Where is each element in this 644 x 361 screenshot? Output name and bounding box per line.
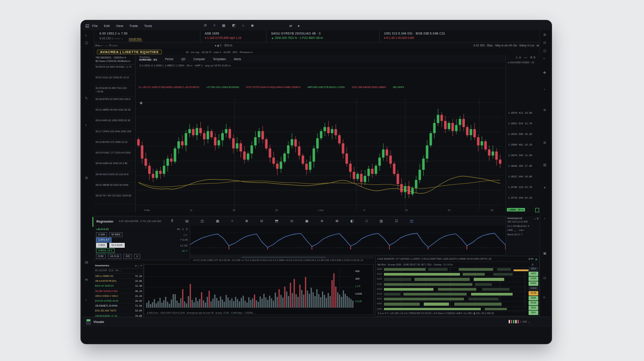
chart-toolbar-button[interactable]: Compare: [193, 58, 205, 61]
menubar-icon[interactable]: ▦: [222, 23, 226, 28]
right-rail-icon[interactable]: ⊞: [543, 141, 546, 145]
news-item[interactable]: 09:51 GILD QV 2036.40 +9.12: [94, 75, 135, 86]
menubar-right-icon[interactable]: ●: [298, 24, 300, 28]
depth-row[interactable]: 0930: [376, 277, 527, 282]
watchlist-row[interactable]: EXIL DD.A05 T027053.04: [94, 308, 143, 313]
active-symbol-badge[interactable]: AVACREA | LISETTE EQUITIES: [97, 50, 162, 54]
dom-ladder[interactable]: 145.441P263186544812.4m341.98869856.9369…: [529, 267, 538, 315]
quote-panel[interactable]: ASB 1695▾ 1.118 12720.655 mph 1.16: [200, 30, 267, 42]
menu-item[interactable]: Edit: [104, 24, 110, 27]
watchlist-row[interactable]: BAIX.AF 9608 DV12.18: [94, 284, 143, 288]
left-rail-icon[interactable]: ▤: [85, 260, 88, 264]
menubar-icon[interactable]: ◉: [251, 23, 254, 28]
chart-toolbar-button[interactable]: Period: [165, 58, 173, 61]
pane-toolbar-icon[interactable]: ▣: [305, 219, 309, 223]
chart-toolbar-button[interactable]: QD: [181, 58, 186, 61]
left-rail-icon[interactable]: ⚙: [85, 176, 88, 180]
horizontal-scrollbar[interactable]: [190, 256, 374, 259]
toolbar-right-controls[interactable]: 0.42 453 · Bias · May w am 9h 0w · Many …: [473, 44, 546, 47]
right-rail-icon[interactable]: ◫: [543, 49, 547, 53]
news-item[interactable]: 09:10 BOND 372 4099 23.20: [94, 140, 135, 150]
news-item[interactable]: 09:38 RTRS 03 5467/204 234.6: [94, 97, 135, 108]
side-panel-collapse-icon[interactable]: ⌄ 9: [534, 217, 538, 220]
side-panel-row[interactable]: Rand 15J 2° 7: [507, 233, 538, 236]
preset-button-4[interactable]: 1: [134, 254, 140, 259]
menu-item[interactable]: Tools: [144, 24, 152, 27]
news-item[interactable]: 09:45 ECB 03.458 7013.203 −78.45: [94, 86, 135, 96]
momentum-strip-panel[interactable]: [190, 226, 506, 255]
chart-toolbar-button[interactable]: Templates: [213, 58, 226, 61]
watchlist-filter[interactable]: ⊞ L-SLOVS · Q 2L · 4m ⌄: [94, 269, 143, 274]
news-item[interactable]: 09:24 AMS 82 1560.2655 81.30: [94, 118, 135, 129]
pane-toolbar-icon[interactable]: ▥: [380, 219, 383, 223]
news-item[interactable]: 09:03 FOMC 177 3224 A4 2000: [94, 150, 135, 161]
watchlist-header-icons[interactable]: ▲ ⌂ ⇥: [135, 264, 142, 267]
right-rail-icon[interactable]: ⌄: [543, 216, 546, 220]
right-rail-icon[interactable]: ▥: [543, 163, 547, 167]
depth-row[interactable]: 0910: [376, 297, 527, 302]
pane-toolbar-icon[interactable]: ≣: [245, 219, 248, 223]
amount-field[interactable]: M 4301: [109, 232, 123, 237]
menubar-icon[interactable]: ⟳: [204, 23, 207, 28]
limit-amount-button[interactable]: M 0.0115: [109, 243, 125, 248]
pane-toolbar-icon[interactable]: ⊼: [171, 219, 173, 223]
ladder-cell[interactable]: 41P2: [529, 272, 538, 276]
pane-toolbar-icon[interactable]: ▦: [216, 219, 219, 223]
right-rail-icon[interactable]: ✚: [543, 71, 546, 75]
toolbar-mid-controls[interactable]: ● ▮ C · 503 m: [215, 44, 233, 47]
selected-order-type-button[interactable]: 1.071 4.7: [96, 238, 111, 242]
right-rail-icon[interactable]: ≣: [543, 33, 546, 37]
symbol-row-items[interactable]: M · Lin mg · 10:32 ⚲ · Last 1 · 14:25 · …: [186, 50, 253, 54]
menubar-icon[interactable]: ◩: [232, 23, 236, 28]
ladder-cell[interactable]: 41.98: [529, 291, 538, 296]
right-rail-icon[interactable]: ⌗: [543, 57, 545, 61]
pane-toolbar-icon[interactable]: ⌗: [231, 219, 234, 223]
news-item[interactable]: 08:35 TKY 98 723 2021 3204.80: [94, 193, 135, 204]
pane-toolbar-icon[interactable]: ⬒: [275, 219, 279, 223]
pane-toolbar-icon[interactable]: ◫: [410, 219, 414, 223]
menubar-icon[interactable]: ⌂: [242, 23, 244, 28]
volume-panel[interactable]: 40M30M1 1 P0.00454 13 B Δ 405.2mm · 0010…: [144, 264, 374, 315]
stop-value-button[interactable]: 0.5021 +0.1: [96, 248, 115, 253]
right-rail-icon[interactable]: ◔: [543, 88, 545, 92]
pane-toolbar-icon[interactable]: ⊡: [290, 219, 293, 223]
limit-price-button[interactable]: 1.815: [96, 243, 107, 248]
news-item[interactable]: 09:58 FF-03 W54 49.6092 −1.73: [94, 65, 135, 75]
quote-panel[interactable]: 6.99 1953.2 ⊙ 7.596.43 133 ∪ —— ⌄SALES B…: [95, 30, 200, 42]
chart-toolbar-button[interactable]: Alerts: [234, 58, 241, 61]
scale-buttons[interactable]: Lo — Ab: [516, 56, 537, 59]
preset-button-3[interactable]: CO: [123, 254, 132, 259]
depth-row[interactable]: 0925: [376, 283, 527, 287]
pane-toolbar-icon[interactable]: ≋: [320, 219, 323, 223]
menu-item[interactable]: Trade: [130, 24, 138, 27]
price-scale[interactable]: Lo — Ab ● UNLINKED NODES · 1D 1.0978 421…: [506, 55, 540, 212]
status-more-icon[interactable]: ⌄: [528, 320, 530, 323]
depth-row[interactable]: 0940: [376, 268, 527, 272]
left-rail-icon[interactable]: ✎: [85, 96, 88, 100]
right-rail-icon[interactable]: ⊡: [543, 276, 546, 280]
watchlist-row[interactable]: EVNYE VOTED 4m4420.03: [94, 299, 143, 303]
news-item[interactable]: 08:49 NIKO 5003 05 123.04.8: [94, 172, 135, 183]
right-rail-icon[interactable]: ▣: [543, 251, 547, 255]
pane-toolbar-icon[interactable]: ⊠: [335, 219, 338, 223]
preset-button-1[interactable]: 0 03: [96, 254, 106, 259]
ladder-cell[interactable]: 2.4m3: [529, 286, 538, 291]
news-item[interactable]: 08:42 ABNB 09 4332 90 0446: [94, 183, 135, 193]
ladder-cell[interactable]: 63186: [529, 277, 538, 281]
right-rail-icon[interactable]: ✦: [543, 186, 546, 190]
last-price-box-icon[interactable]: [535, 208, 539, 212]
depth-row[interactable]: 0935: [376, 273, 527, 277]
right-rail-icon[interactable]: ⊟: [543, 41, 546, 45]
preset-button-2[interactable]: U1 0 11: [108, 254, 122, 259]
ladder-cell[interactable]: 56.93: [529, 301, 538, 305]
candlestick-plot-area[interactable]: CL +28 OTL 14052 PYM(4)46561 L4500M O +0…: [136, 68, 506, 212]
news-item[interactable]: 09:17 CFRA 225 0440 2481.209: [94, 129, 135, 140]
left-rail-icon[interactable]: ⌗: [85, 34, 87, 38]
news-item[interactable]: 08:56 ASBA 82 3063 04 3.85: [94, 161, 135, 172]
watchlist-row[interactable]: URC2 VONG V 444-021.29: [94, 294, 143, 299]
pane-toolbar-icon[interactable]: ⊟: [260, 219, 263, 223]
ladder-cell[interactable]: 54481: [529, 281, 538, 286]
depth-controls-text[interactable]: Mkt Bird · ⊞ wrap 2005 · 2/345 25137 701…: [377, 263, 453, 266]
side-panel-row[interactable]: 1455 __ ·· Jna ▪: [507, 229, 538, 231]
watchlist-row[interactable]: CB DEMETL.DI 844671.60: [94, 303, 143, 308]
